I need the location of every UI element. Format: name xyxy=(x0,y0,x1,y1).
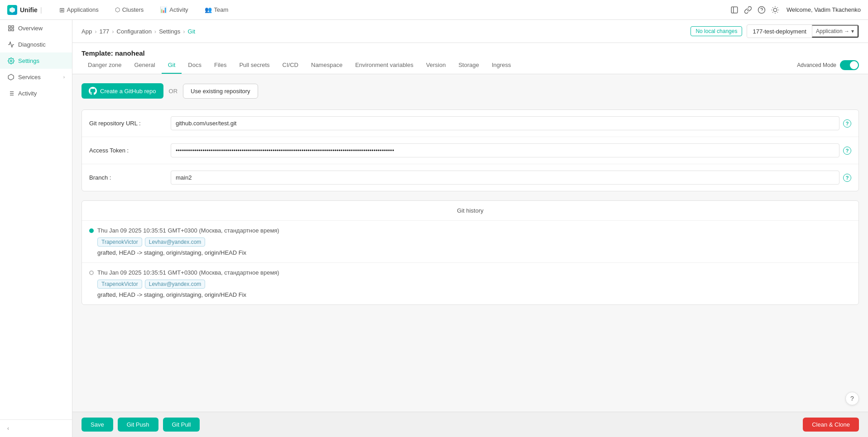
sidebar-item-services[interactable]: Services › xyxy=(0,69,72,85)
sidebar-item-services-label: Services xyxy=(18,74,41,81)
welcome-message: Welcome, Vadim Tkachenko xyxy=(786,6,861,13)
tab-namespace[interactable]: Namespace xyxy=(305,57,349,74)
git-history-title: Git history xyxy=(82,201,858,221)
book-icon[interactable] xyxy=(730,6,739,14)
template-title: Template: nanoheal xyxy=(72,43,868,57)
tab-environment-variables[interactable]: Environment variables xyxy=(349,57,420,74)
app-logo[interactable]: Unifie | xyxy=(7,5,42,15)
access-token-help-icon[interactable]: ? xyxy=(843,147,851,155)
tab-general[interactable]: General xyxy=(128,57,161,74)
sidebar-item-overview[interactable]: Overview xyxy=(0,20,72,36)
access-token-row: Access Token : ? xyxy=(82,137,858,164)
tab-pull-secrets[interactable]: Pull secrets xyxy=(233,57,276,74)
deployment-selector[interactable]: 177-test-deployment Application → ▾ xyxy=(747,24,859,38)
deployment-dropdown-button[interactable]: Application → ▾ xyxy=(812,25,858,38)
tabs-bar: Danger zone General Git Docs Files Pull … xyxy=(72,57,868,74)
history-timestamp-2: Thu Jan 09 2025 10:35:51 GMT+0300 (Москв… xyxy=(97,269,279,276)
body-layout: Overview Diagnostic Settings Services › xyxy=(0,20,868,437)
sidebar-item-settings[interactable]: Settings xyxy=(0,52,72,69)
branch-help-icon[interactable]: ? xyxy=(843,174,851,182)
history-message-1: grafted, HEAD -> staging, origin/staging… xyxy=(97,249,851,256)
breadcrumb-app[interactable]: App xyxy=(82,28,92,35)
tab-git[interactable]: Git xyxy=(162,57,182,74)
git-form-section: Git repository URL : ? Access Token : ? … xyxy=(82,109,859,191)
tab-files[interactable]: Files xyxy=(208,57,233,74)
content-area: Create a GitHub repo OR Use existing rep… xyxy=(72,74,868,412)
branch-row: Branch : ? xyxy=(82,164,858,191)
breadcrumb-settings[interactable]: Settings xyxy=(159,28,180,35)
help-circle-icon[interactable] xyxy=(758,6,766,14)
tab-ingress[interactable]: Ingress xyxy=(485,57,518,74)
git-push-button[interactable]: Git Push xyxy=(118,418,158,432)
sidebar-item-diagnostic[interactable]: Diagnostic xyxy=(0,36,72,52)
svg-line-12 xyxy=(777,7,778,8)
tab-version[interactable]: Version xyxy=(420,57,452,74)
git-pull-button[interactable]: Git Pull xyxy=(163,418,200,432)
sidebar-item-diagnostic-label: Diagnostic xyxy=(18,41,46,48)
tab-docs[interactable]: Docs xyxy=(182,57,208,74)
advanced-mode-switch[interactable] xyxy=(840,60,859,70)
toggle-knob xyxy=(850,61,858,69)
history-tags-1: TrapenokVictor Levhav@yandex.com xyxy=(97,238,851,247)
branch-input[interactable] xyxy=(171,171,839,185)
history-entry-1-header: Thu Jan 09 2025 10:35:51 GMT+0300 (Москв… xyxy=(89,227,851,234)
history-tag-1-1[interactable]: Levhav@yandex.com xyxy=(145,238,206,247)
svg-line-7 xyxy=(772,7,773,8)
nav-clusters[interactable]: ⬡ Clusters xyxy=(112,5,147,15)
top-nav-icons xyxy=(730,6,779,14)
nav-team[interactable]: 👥 Team xyxy=(202,5,231,15)
branch-input-wrap: ? xyxy=(171,171,851,185)
sidebar-collapse-button[interactable]: ‹ xyxy=(0,419,72,437)
top-nav: Unifie | ⊞ Applications ⬡ Clusters 📊 Act… xyxy=(0,0,868,20)
access-token-input[interactable] xyxy=(171,143,839,157)
app-name: Unifie xyxy=(20,6,38,14)
link-icon[interactable] xyxy=(744,6,752,14)
repo-url-input[interactable] xyxy=(171,116,839,130)
tab-storage[interactable]: Storage xyxy=(452,57,485,74)
sidebar-item-activity[interactable]: Activity xyxy=(0,85,72,101)
tab-danger-zone[interactable]: Danger zone xyxy=(82,57,128,74)
history-message-2: grafted, HEAD -> staging, origin/staging… xyxy=(97,291,851,298)
bottom-bar: Save Git Push Git Pull Clean & Clone xyxy=(72,412,868,437)
sidebar-item-activity-label: Activity xyxy=(18,90,37,97)
nav-applications[interactable]: ⊞ Applications xyxy=(57,5,101,15)
diagnostic-icon xyxy=(7,41,14,48)
history-tag-2-1[interactable]: Levhav@yandex.com xyxy=(145,280,206,289)
tab-ci-cd[interactable]: CI/CD xyxy=(276,57,305,74)
use-existing-repository-button[interactable]: Use existing repository xyxy=(183,84,258,99)
help-float-button[interactable]: ? xyxy=(845,392,859,405)
breadcrumb-177[interactable]: 177 xyxy=(99,28,109,35)
git-history-section: Git history Thu Jan 09 2025 10:35:51 GMT… xyxy=(82,200,859,305)
page-header-right: No local changes 177-test-deployment App… xyxy=(691,24,859,38)
nav-activity[interactable]: 📊 Activity xyxy=(157,5,191,15)
main-content: App › 177 › Configuration › Settings › G… xyxy=(72,20,868,437)
breadcrumb-configuration[interactable]: Configuration xyxy=(117,28,152,35)
svg-rect-15 xyxy=(11,28,13,30)
save-button[interactable]: Save xyxy=(82,418,113,432)
svg-line-8 xyxy=(777,12,778,12)
breadcrumb-sep-1: › xyxy=(95,28,96,35)
advanced-mode-toggle[interactable]: Advanced Mode xyxy=(797,60,859,74)
sidebar-item-settings-label: Settings xyxy=(18,57,39,64)
overview-icon xyxy=(7,24,14,32)
svg-rect-16 xyxy=(8,28,10,30)
breadcrumb-sep-4: › xyxy=(183,28,185,35)
sidebar: Overview Diagnostic Settings Services › xyxy=(0,20,72,437)
chevron-left-icon: ‹ xyxy=(7,425,9,432)
services-arrow-icon: › xyxy=(63,75,65,80)
repo-url-help-icon[interactable]: ? xyxy=(843,119,851,128)
clusters-icon: ⬡ xyxy=(115,6,120,13)
repo-url-label: Git repository URL : xyxy=(89,120,171,127)
history-tag-1-0[interactable]: TrapenokVictor xyxy=(97,238,142,247)
svg-rect-13 xyxy=(8,25,10,27)
team-icon: 👥 xyxy=(205,6,212,13)
github-icon xyxy=(89,87,97,95)
svg-point-4 xyxy=(773,8,777,12)
clean-clone-button[interactable]: Clean & Clone xyxy=(803,418,859,432)
page-header: App › 177 › Configuration › Settings › G… xyxy=(72,20,868,43)
action-row: Create a GitHub repo OR Use existing rep… xyxy=(82,83,859,99)
sun-icon[interactable] xyxy=(771,6,779,14)
create-github-repo-button[interactable]: Create a GitHub repo xyxy=(82,83,163,99)
history-tag-2-0[interactable]: TrapenokVictor xyxy=(97,280,142,289)
logo-icon xyxy=(7,5,17,15)
